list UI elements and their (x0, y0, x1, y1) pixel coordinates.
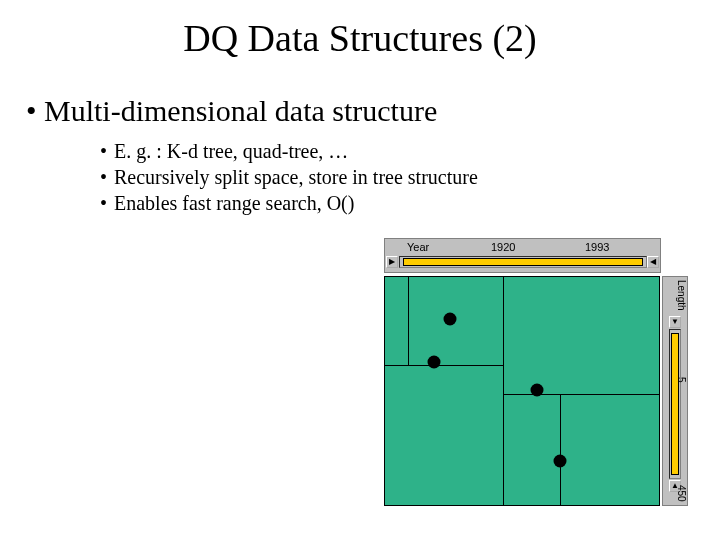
data-point (554, 455, 567, 468)
split-line (385, 365, 503, 366)
length-slider-label: Length (663, 280, 687, 311)
length-slider[interactable]: Length ▼ ▲ 5 450 (662, 276, 688, 506)
slide: DQ Data Structures (2) •Multi-dimensiona… (0, 0, 720, 540)
length-slider-min: 5 (663, 377, 687, 383)
split-line (408, 277, 409, 365)
bullet-text: E. g. : K-d tree, quad-tree, … (114, 140, 348, 162)
year-slider-label: Year (407, 241, 429, 253)
length-slider-fill[interactable] (671, 333, 679, 475)
year-slider-max: 1993 (585, 241, 609, 253)
length-slider-track[interactable] (669, 329, 681, 479)
arrow-right-icon[interactable]: ▶ (386, 256, 398, 268)
year-slider[interactable]: Year 1920 1993 ▶ ◀ (384, 238, 661, 273)
slide-title: DQ Data Structures (2) (0, 16, 720, 60)
bullet-text: Multi-dimensional data structure (44, 94, 437, 127)
length-slider-max: 450 (663, 485, 687, 502)
year-slider-track[interactable] (399, 256, 647, 268)
bullet-dot: • (100, 140, 114, 163)
bullet-text: Enables fast range search, O() (114, 192, 354, 214)
bullet-level2: •Enables fast range search, O() (100, 192, 354, 215)
arrow-down-icon[interactable]: ▼ (669, 316, 681, 328)
data-point (444, 313, 457, 326)
arrow-left-icon[interactable]: ◀ (647, 256, 659, 268)
figure: Year 1920 1993 ▶ ◀ Length ▼ ▲ 5 450 (384, 238, 688, 508)
bullet-level2: •Recursively split space, store in tree … (100, 166, 478, 189)
kd-tree-plot (384, 276, 660, 506)
bullet-dot: • (100, 192, 114, 215)
data-point (531, 384, 544, 397)
year-slider-fill[interactable] (403, 258, 643, 266)
bullet-level1: •Multi-dimensional data structure (26, 94, 437, 128)
data-point (428, 356, 441, 369)
split-line (560, 394, 561, 505)
bullet-dot: • (100, 166, 114, 189)
split-line (503, 394, 659, 395)
bullet-level2: •E. g. : K-d tree, quad-tree, … (100, 140, 348, 163)
bullet-text: Recursively split space, store in tree s… (114, 166, 478, 188)
year-slider-min: 1920 (491, 241, 515, 253)
split-line (503, 277, 504, 505)
bullet-dot: • (26, 94, 44, 128)
